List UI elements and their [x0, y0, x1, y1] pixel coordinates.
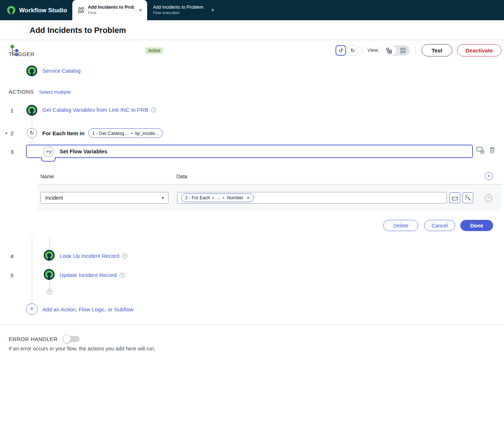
tab-subtitle: Flow: [88, 10, 135, 16]
step-number: 3: [10, 149, 13, 155]
brand-name: Workflow Studio: [19, 7, 67, 14]
undo-button[interactable]: ↺: [336, 45, 346, 56]
trigger-link[interactable]: Service Catalog: [42, 68, 81, 74]
pill-field: lip_incide...: [135, 131, 159, 136]
name-column-header: Name: [40, 174, 54, 179]
tree-view-button[interactable]: [382, 45, 396, 56]
redo-icon: ↻: [350, 47, 355, 54]
action-link[interactable]: Look Up Incident Record: [60, 253, 119, 259]
diagram-view-button[interactable]: [396, 45, 410, 56]
plus-icon: +: [48, 289, 51, 293]
add-action-link[interactable]: Add an Action, Flow Logic, or Subflow: [42, 306, 133, 312]
action-icon[interactable]: [44, 250, 55, 262]
variable-name-select[interactable]: Incident ▾: [40, 192, 168, 204]
pill-part: Number: [227, 195, 243, 200]
flow-header: Add Incidents to Problem Active ↺ ↻ View…: [0, 20, 504, 40]
tab-flow-execution[interactable]: Add Incidents to Problem Flow execution …: [148, 0, 219, 20]
variable-data-input[interactable]: 2 - For Each ▸ ... ▸ Number ✕: [177, 192, 447, 204]
divider: [362, 46, 362, 54]
add-action-button[interactable]: +: [26, 303, 38, 315]
step-row: Look Up Incident Record ?: [60, 253, 127, 259]
remove-variable-button[interactable]: −: [485, 195, 492, 202]
step-number: 2: [10, 130, 13, 136]
step-row: Get Catalog Variables from Link INC to P…: [42, 107, 156, 113]
data-column-header: Data: [176, 174, 187, 179]
action-icon[interactable]: [26, 105, 37, 117]
data-pill-picker-button[interactable]: [462, 192, 473, 203]
view-label: View:: [367, 47, 379, 53]
select-multiple-link[interactable]: Select multiple: [39, 89, 71, 95]
for-each-loop-icon[interactable]: ↻: [27, 128, 37, 138]
for-each-label: For Each Item in: [42, 130, 85, 136]
script-editor-button[interactable]: </>: [449, 192, 460, 203]
connector-line: [32, 138, 32, 145]
pill-part: ...: [217, 195, 220, 200]
caret-right-icon: ▸: [131, 131, 133, 135]
action-link[interactable]: Get Catalog Variables from Link INC to P…: [42, 107, 148, 113]
plus-icon: +: [487, 172, 491, 179]
pill-part: 2 - For Each: [185, 195, 210, 200]
step-actions: [476, 146, 495, 154]
status-badge: Active: [146, 47, 163, 54]
service-catalog-icon[interactable]: [26, 65, 37, 78]
for-each-data-pill[interactable]: 1 - Get Catalog ... ▸ lip_incide...: [88, 128, 163, 138]
add-variable-button[interactable]: +: [485, 172, 493, 180]
undo-icon: ↺: [338, 47, 343, 54]
collapse-chevron-icon[interactable]: ▾: [5, 131, 7, 135]
step-row: Update Incident Record ?: [60, 272, 125, 278]
help-icon[interactable]: ?: [122, 253, 127, 259]
connector-line: [49, 281, 50, 289]
actions-section-label: ACTIONS: [9, 89, 34, 95]
error-handler-toggle[interactable]: [63, 334, 81, 344]
toggle-knob: [63, 334, 71, 343]
divider: [415, 46, 416, 54]
add-step-in-loop-button[interactable]: +: [47, 289, 52, 294]
help-icon[interactable]: ?: [120, 273, 125, 278]
tab-title: Add Incidents to Problem: [153, 5, 207, 10]
help-icon[interactable]: ?: [151, 107, 156, 112]
workflow-studio-app: Workflow Studio Add Incidents to Problem…: [0, 0, 504, 439]
diagram-view-icon: [400, 47, 406, 54]
step-number: 5: [10, 272, 13, 278]
svg-text:</>: </>: [452, 196, 457, 199]
set-flow-variables-title: Set Flow Variables: [60, 148, 107, 154]
tab-title: Add Incidents to Problem: [88, 5, 134, 10]
cancel-button[interactable]: Cancel: [424, 220, 455, 231]
trigger-section-label: TRIGGER: [9, 51, 34, 57]
tab-flow[interactable]: Add Incidents to Problem Flow ✕: [72, 0, 147, 20]
topbar: Workflow Studio Add Incidents to Problem…: [0, 0, 504, 20]
tab-subtitle: Flow execution: [153, 10, 207, 16]
minus-icon: −: [487, 195, 490, 200]
diagram-icon: [77, 7, 85, 14]
close-icon[interactable]: ✕: [138, 7, 143, 13]
selected-variable: Incident: [45, 195, 63, 201]
brand: Workflow Studio: [7, 0, 67, 20]
data-pill[interactable]: 2 - For Each ▸ ... ▸ Number ✕: [181, 193, 254, 202]
step-row: For Each Item in 1 - Get Catalog ... ▸ l…: [42, 128, 163, 138]
connector-line: [49, 261, 50, 269]
close-icon[interactable]: ✕: [210, 7, 215, 13]
connector-line: [32, 237, 32, 303]
remove-pill-icon[interactable]: ✕: [247, 196, 250, 200]
action-icon[interactable]: [44, 269, 55, 281]
caret-right-icon: ▸: [213, 196, 214, 200]
action-link[interactable]: Update Incident Record: [60, 272, 117, 278]
connector-line: [49, 237, 50, 250]
deactivate-button[interactable]: Deactivate: [457, 44, 501, 56]
selection-notch: [41, 157, 56, 162]
test-button[interactable]: Test: [422, 44, 452, 56]
add-annotation-icon[interactable]: [476, 146, 485, 154]
done-button[interactable]: Done: [460, 220, 493, 231]
connector-line: [32, 116, 32, 127]
step-number: 1: [10, 107, 13, 114]
pill-source: 1 - Get Catalog ...: [92, 131, 129, 136]
tree-view-icon: [386, 47, 392, 54]
loop-glyph: ↻: [30, 130, 34, 136]
error-handler-description: If an error occurs in your flow, the act…: [9, 346, 155, 351]
delete-button[interactable]: Delete: [383, 220, 418, 231]
redo-button[interactable]: ↻: [347, 45, 358, 56]
error-handler-label: ERROR HANDLER: [9, 336, 57, 342]
delete-step-icon[interactable]: [489, 146, 495, 154]
flow-variables-glyph: =y: [46, 149, 52, 154]
page-title: Add Incidents to Problem: [30, 20, 126, 40]
